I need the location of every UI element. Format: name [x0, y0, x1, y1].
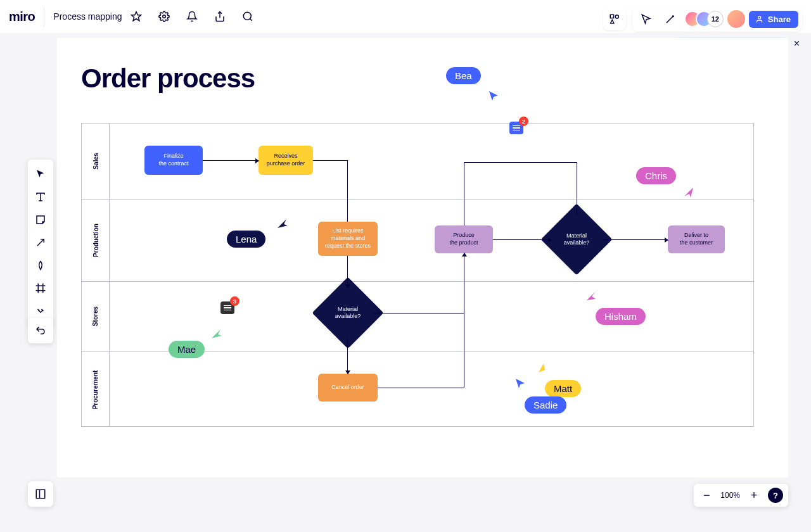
- pen-tool[interactable]: [30, 255, 51, 276]
- board-name-wrap[interactable]: Process mapping: [44, 6, 146, 27]
- node-cancel[interactable]: Cancel order: [318, 374, 378, 402]
- current-user-avatar[interactable]: [727, 10, 745, 28]
- cursor-bea: Bea: [446, 67, 481, 84]
- canvas[interactable]: Order process Sales Production Stores Pr…: [57, 38, 788, 478]
- cursor-pointer-icon: [210, 328, 222, 339]
- comment-badge: 3: [230, 296, 239, 306]
- svg-marker-0: [131, 12, 141, 21]
- svg-line-9: [37, 239, 44, 246]
- bell-icon[interactable]: [182, 6, 202, 27]
- share-label: Share: [768, 15, 791, 24]
- zoom-controls: − 100% + ?: [694, 484, 788, 507]
- sticky-tool[interactable]: [30, 209, 51, 231]
- node-deliver[interactable]: Deliver to the customer: [668, 225, 725, 253]
- node-material-2[interactable]: Material available?: [551, 214, 602, 265]
- cursor-pointer-icon: [514, 377, 526, 389]
- frames-panel-button[interactable]: [28, 481, 53, 507]
- zoom-out-button[interactable]: −: [699, 488, 714, 503]
- text-tool[interactable]: [30, 186, 51, 208]
- presence-pill: 12 Share: [632, 6, 802, 32]
- cursor-matt: Matt: [545, 380, 581, 397]
- zoom-in-button[interactable]: +: [746, 488, 762, 503]
- select-tool[interactable]: [30, 163, 51, 185]
- cursor-lena: Lena: [227, 231, 265, 248]
- cursor-hisham: Hisham: [596, 308, 646, 325]
- settings-icon[interactable]: [154, 6, 174, 27]
- comment-icon[interactable]: 2: [509, 122, 523, 134]
- lane-label-stores: Stores: [93, 307, 99, 326]
- cursor-pointer-icon: [488, 90, 499, 101]
- cursor-chris: Chris: [636, 167, 676, 184]
- avatar-count: 12: [707, 11, 724, 27]
- share-button[interactable]: Share: [749, 11, 798, 28]
- cursor-pointer-icon: [276, 218, 288, 229]
- lane-label-procurement: Procurement: [93, 370, 99, 409]
- svg-point-3: [243, 12, 251, 20]
- lane-label-production: Production: [93, 224, 99, 257]
- close-icon[interactable]: ×: [794, 38, 800, 49]
- board-title[interactable]: Order process: [81, 63, 255, 94]
- svg-line-4: [250, 18, 252, 20]
- svg-rect-14: [36, 490, 45, 498]
- arrow-tool[interactable]: [30, 232, 51, 253]
- avatar-stack[interactable]: 12: [684, 11, 724, 27]
- frame-tool[interactable]: [30, 277, 51, 299]
- svg-rect-5: [610, 15, 613, 18]
- cursor-sadie: Sadie: [525, 396, 566, 414]
- cursor-pointer-icon: [683, 186, 694, 198]
- cursor-mae: Mae: [169, 341, 205, 358]
- logo: miro: [9, 10, 35, 24]
- search-icon[interactable]: [238, 6, 258, 27]
- node-receives[interactable]: Receives purchase order: [259, 146, 313, 175]
- comment-icon[interactable]: 3: [220, 301, 234, 314]
- node-list[interactable]: List requires materials and request the …: [318, 222, 378, 256]
- help-button[interactable]: ?: [768, 488, 783, 503]
- export-icon[interactable]: [210, 6, 230, 27]
- undo-button[interactable]: [28, 318, 53, 343]
- cursor-pointer-icon: [585, 290, 597, 301]
- node-finalize[interactable]: Finalize the contract: [144, 146, 203, 175]
- svg-point-1: [162, 15, 165, 18]
- comment-badge: 2: [519, 117, 528, 126]
- cursor-mode-icon[interactable]: [636, 9, 656, 29]
- toolbox: [28, 160, 53, 326]
- reactions-icon[interactable]: [660, 9, 680, 29]
- top-right: 12 Share: [603, 6, 802, 32]
- lane-label-sales: Sales: [92, 153, 99, 169]
- svg-point-6: [615, 15, 618, 18]
- board-name: Process mapping: [53, 11, 122, 22]
- apps-button[interactable]: [603, 8, 626, 30]
- cursor-pointer-icon: [537, 362, 549, 374]
- node-material-1[interactable]: Material available?: [322, 288, 373, 338]
- node-produce[interactable]: Produce the product: [435, 225, 493, 253]
- star-icon[interactable]: [126, 6, 146, 27]
- zoom-level[interactable]: 100%: [720, 491, 740, 500]
